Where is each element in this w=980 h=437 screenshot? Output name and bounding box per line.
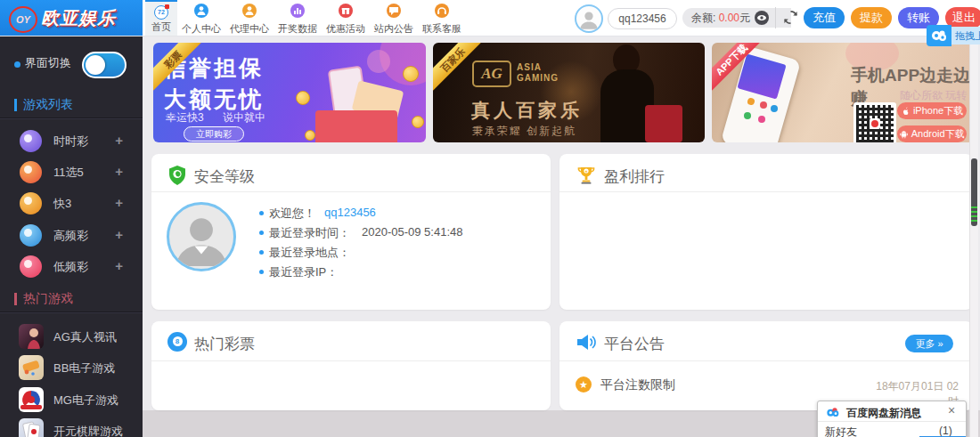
login-time-value: 2020-05-09 5:41:48 — [362, 225, 462, 239]
netdisk-icon — [927, 25, 951, 46]
buy-now-button[interactable]: 立即购彩 — [184, 126, 244, 142]
nav-label: 站内公告 — [370, 22, 418, 36]
divider — [775, 7, 776, 28]
banner-subtitle-2: 说中就中 — [223, 110, 265, 125]
kaiyuan-chess-icon — [19, 418, 44, 437]
nav-item-personal-center[interactable]: 个人中心 — [177, 0, 225, 36]
divider — [151, 360, 551, 361]
sidebar-item-shishicai[interactable]: 时时彩 + — [0, 125, 143, 157]
netdisk-notification-popup: 百度网盘新消息 × 新好友 (1) — [817, 401, 967, 437]
app-dot — [771, 105, 778, 112]
withdraw-button[interactable]: 提款 — [851, 7, 892, 28]
security-card-title: 安全等级 — [194, 166, 255, 187]
sidebar-item-label: MG电子游戏 — [53, 392, 118, 409]
scrollbar-markers — [971, 206, 977, 223]
sidebar-item-kuai3[interactable]: 快3 + — [0, 188, 143, 219]
android-download-label: Android下载 — [911, 128, 965, 139]
logo-title: 欧亚娱乐 — [41, 6, 116, 30]
user-avatar[interactable] — [575, 4, 603, 33]
divider — [0, 117, 143, 119]
iphone-download-button[interactable]: iPhone下载 — [897, 102, 967, 119]
sidebar-item-11xuan5[interactable]: 11选5 + — [0, 157, 143, 188]
nav-item-promotions[interactable]: 优惠活动 — [322, 0, 370, 36]
eye-icon[interactable] — [754, 10, 770, 26]
nav-item-home[interactable]: 72 首页 — [145, 0, 177, 36]
close-icon[interactable]: × — [948, 403, 955, 417]
banner-baccarat-promo[interactable]: 百家乐 AG ASIA GAMING 真人百家乐 秉承荣耀 创新起航 — [433, 43, 705, 142]
nav-item-customer-service[interactable]: 联系客服 — [418, 0, 466, 36]
balance-value: 0.00 — [719, 12, 739, 24]
dot-icon — [14, 61, 20, 68]
announcements-title: 平台公告 — [604, 334, 665, 354]
nav-label: 优惠活动 — [322, 22, 370, 36]
divider — [818, 421, 966, 422]
banner-illustration — [296, 61, 426, 142]
sidebar-item-mg-games[interactable]: MG电子游戏 — [0, 384, 143, 416]
popup-row-label[interactable]: 新好友 — [825, 425, 857, 437]
hot-lottery-card: 8 热门彩票 时时彩 重庆时时彩 时时彩 台湾时时彩 11选5 山东11选5 — [151, 321, 551, 410]
popup-row-count: (1) — [939, 425, 952, 437]
section-bar — [14, 293, 17, 305]
more-button[interactable]: 更多 » — [905, 335, 953, 352]
ag-logo-sub2: GAMING — [517, 73, 559, 83]
interface-switch-toggle[interactable] — [82, 52, 127, 78]
sidebar-item-gaopincai[interactable]: 高频彩 + — [0, 220, 143, 251]
banner-lottery-promo[interactable]: 彩票 信誉担保 大额无忧 幸运快3 说中就中 立即购彩 — [153, 43, 426, 142]
lottery-ball-icon — [20, 192, 42, 214]
profile-avatar — [167, 202, 236, 271]
expand-plus-icon[interactable]: + — [115, 258, 123, 273]
coin-decor — [296, 91, 310, 105]
refresh-icon[interactable] — [782, 9, 799, 26]
divider — [151, 191, 551, 192]
interface-switch-label: 界面切换 — [25, 55, 71, 71]
sidebar-item-ag-live[interactable]: AG真人视讯 — [0, 321, 143, 352]
username-badge[interactable]: qq123456 — [608, 8, 677, 29]
expand-plus-icon[interactable]: + — [115, 164, 123, 179]
ag-logo-sub1: ASIA — [517, 62, 542, 72]
ranking-card-title: 盈利排行 — [604, 166, 665, 187]
sidebar-item-kaiyuan-chess[interactable]: 开元棋牌游戏 — [0, 416, 143, 437]
sidebar-item-bb-games[interactable]: BB电子游戏 — [0, 352, 143, 384]
section-bar — [14, 99, 17, 111]
star-icon: ★ — [576, 376, 592, 392]
netdisk-drag-widget[interactable]: 拖拽上 — [927, 25, 980, 46]
coin-decor — [403, 66, 419, 82]
expand-plus-icon[interactable]: + — [115, 133, 123, 148]
nav-item-draw-data[interactable]: 开奖数据 — [274, 0, 322, 36]
app-dot — [758, 116, 765, 123]
gift-icon — [339, 4, 353, 18]
hot-lottery-title: 热门彩票 — [194, 334, 255, 354]
logo[interactable]: OY 欧亚娱乐 — [0, 0, 143, 36]
giftbox-decor — [315, 110, 397, 142]
username-link[interactable]: qq123456 — [324, 206, 376, 219]
sidebar-item-label: BB电子游戏 — [53, 360, 115, 376]
iphone-download-label: iPhone下载 — [913, 105, 963, 116]
sidebar-item-dipincai[interactable]: 低频彩 + — [0, 251, 143, 282]
nav-item-agent-center[interactable]: 代理中心 — [225, 0, 274, 36]
announcement-item-title[interactable]: 平台注数限制 — [600, 377, 675, 393]
android-download-button[interactable]: Android下载 — [897, 125, 967, 142]
balance-unit: 元 — [739, 12, 750, 24]
expand-plus-icon[interactable]: + — [115, 195, 123, 210]
scrollbar-thumb[interactable] — [971, 158, 977, 226]
bullet-icon — [259, 211, 264, 215]
balance-label: 余额: — [691, 12, 715, 24]
banner-app-download[interactable]: APP下载 手机APP边走边赚 随心所欲 玩转指尖 iPhone下载 Andro… — [712, 43, 974, 142]
hot-games-header: 热门游戏 — [23, 291, 73, 307]
netdisk-drag-label: 拖拽上 — [951, 27, 980, 45]
qr-code — [853, 102, 896, 142]
headset-icon — [435, 4, 449, 18]
coin-decor — [305, 130, 315, 141]
bubble-icon — [387, 4, 401, 18]
nav-item-site-announcements[interactable]: 站内公告 — [370, 0, 418, 36]
bullet-icon — [259, 270, 264, 274]
scrollbar-track[interactable] — [969, 36, 978, 437]
lottery-ball-icon — [20, 130, 42, 152]
sidebar-item-label: AG真人视讯 — [53, 329, 117, 345]
flag-decor — [165, 4, 169, 9]
recharge-button[interactable]: 充值 — [804, 7, 845, 28]
sidebar-item-label: 高频彩 — [53, 228, 88, 244]
agent-icon — [242, 4, 257, 18]
expand-plus-icon[interactable]: + — [115, 227, 123, 242]
sidebar-item-label: 低频彩 — [53, 259, 88, 275]
